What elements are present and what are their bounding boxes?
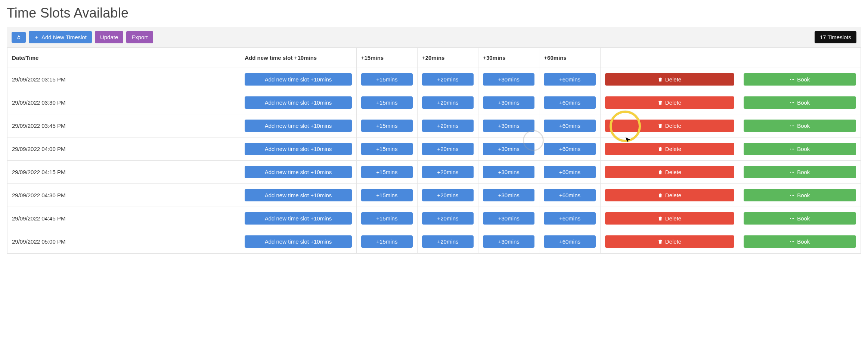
book-button[interactable]: Book — [744, 73, 856, 86]
cell-add-20mins: +20mins — [417, 114, 478, 137]
export-label: Export — [131, 34, 148, 40]
cell-add-20mins: +20mins — [417, 184, 478, 207]
cell-add-20mins: +20mins — [417, 230, 478, 253]
add-20mins-button[interactable]: +20mins — [422, 120, 474, 132]
add-30mins-button[interactable]: +30mins — [483, 235, 534, 248]
add-60mins-button[interactable]: +60mins — [544, 235, 595, 248]
refresh-button[interactable] — [12, 32, 26, 43]
add-30mins-button[interactable]: +30mins — [483, 73, 534, 86]
col-60mins: +60mins — [539, 48, 600, 68]
add-30mins-button[interactable]: +30mins — [483, 120, 534, 132]
dots-icon — [790, 146, 795, 152]
cell-add-60mins: +60mins — [539, 207, 600, 230]
export-button[interactable]: Export — [126, 31, 153, 43]
svg-point-14 — [793, 171, 794, 172]
cell-add-30mins: +30mins — [478, 207, 539, 230]
cell-add-10mins: Add new time slot +10mins — [240, 114, 357, 137]
add-60mins-button[interactable]: +60mins — [544, 212, 595, 225]
book-button[interactable]: Book — [744, 235, 856, 248]
cell-add-15mins: +15mins — [356, 91, 417, 114]
add-10mins-button[interactable]: Add new time slot +10mins — [245, 73, 352, 86]
add-15mins-button[interactable]: +15mins — [361, 143, 413, 155]
add-20mins-button[interactable]: +20mins — [422, 212, 474, 225]
add-20mins-button[interactable]: +20mins — [422, 235, 474, 248]
col-delete — [600, 48, 739, 68]
cell-delete: Delete — [600, 207, 739, 230]
delete-button[interactable]: Delete — [605, 235, 734, 248]
add-60mins-label: +60mins — [559, 76, 580, 83]
add-15mins-button[interactable]: +15mins — [361, 120, 413, 132]
delete-button[interactable]: Delete — [605, 96, 734, 109]
add-30mins-button[interactable]: +30mins — [483, 212, 534, 225]
update-button[interactable]: Update — [95, 31, 123, 43]
add-15mins-button[interactable]: +15mins — [361, 73, 413, 86]
svg-point-7 — [792, 125, 793, 126]
add-10mins-button[interactable]: Add new time slot +10mins — [245, 166, 352, 178]
delete-button[interactable]: Delete — [605, 143, 734, 155]
add-30mins-button[interactable]: +30mins — [483, 143, 534, 155]
book-button[interactable]: Book — [744, 120, 856, 132]
add-10mins-button[interactable]: Add new time slot +10mins — [245, 143, 352, 155]
add-60mins-button[interactable]: +60mins — [544, 120, 595, 132]
add-10mins-button[interactable]: Add new time slot +10mins — [245, 235, 352, 248]
add-10mins-button[interactable]: Add new time slot +10mins — [245, 189, 352, 201]
add-30mins-label: +30mins — [498, 169, 520, 175]
add-10mins-button[interactable]: Add new time slot +10mins — [245, 96, 352, 109]
add-15mins-button[interactable]: +15mins — [361, 166, 413, 178]
svg-point-21 — [790, 241, 791, 242]
table-row: 29/09/2022 04:45 PMAdd new time slot +10… — [7, 207, 861, 230]
book-button[interactable]: Book — [744, 143, 856, 155]
add-new-timeslot-button[interactable]: Add New Timeslot — [29, 31, 92, 43]
plus-icon — [34, 35, 39, 40]
add-10mins-button[interactable]: Add new time slot +10mins — [245, 212, 352, 225]
table-row: 29/09/2022 04:00 PMAdd new time slot +10… — [7, 137, 861, 161]
delete-button[interactable]: Delete — [605, 212, 734, 225]
cell-add-10mins: Add new time slot +10mins — [240, 184, 357, 207]
delete-button[interactable]: Delete — [605, 189, 734, 201]
book-label: Book — [797, 99, 810, 106]
add-60mins-button[interactable]: +60mins — [544, 96, 595, 109]
timeslot-count-badge[interactable]: 17 Timeslots — [815, 31, 856, 43]
add-60mins-button[interactable]: +60mins — [544, 189, 595, 201]
add-20mins-button[interactable]: +20mins — [422, 73, 474, 86]
add-15mins-button[interactable]: +15mins — [361, 235, 413, 248]
add-15mins-label: +15mins — [376, 123, 397, 129]
add-15mins-button[interactable]: +15mins — [361, 212, 413, 225]
add-10mins-label: Add new time slot +10mins — [265, 192, 332, 198]
book-button[interactable]: Book — [744, 96, 856, 109]
add-15mins-button[interactable]: +15mins — [361, 189, 413, 201]
add-60mins-button[interactable]: +60mins — [544, 143, 595, 155]
add-15mins-button[interactable]: +15mins — [361, 96, 413, 109]
add-60mins-button[interactable]: +60mins — [544, 166, 595, 178]
dots-icon — [790, 216, 795, 221]
add-20mins-button[interactable]: +20mins — [422, 166, 474, 178]
book-button[interactable]: Book — [744, 166, 856, 178]
book-label: Book — [797, 76, 810, 83]
add-20mins-button[interactable]: +20mins — [422, 143, 474, 155]
add-20mins-label: +20mins — [437, 123, 458, 129]
add-60mins-label: +60mins — [559, 169, 580, 175]
dots-icon — [790, 170, 795, 175]
add-20mins-button[interactable]: +20mins — [422, 189, 474, 201]
dots-icon — [790, 77, 795, 82]
svg-point-13 — [792, 171, 793, 172]
add-30mins-button[interactable]: +30mins — [483, 189, 534, 201]
svg-point-23 — [793, 241, 794, 242]
add-10mins-label: Add new time slot +10mins — [265, 238, 332, 245]
cell-add-15mins: +15mins — [356, 137, 417, 161]
add-30mins-label: +30mins — [498, 192, 520, 198]
table-row: 29/09/2022 03:15 PMAdd new time slot +10… — [7, 68, 861, 91]
delete-button[interactable]: Delete — [605, 120, 734, 132]
delete-button[interactable]: Delete — [605, 73, 734, 86]
add-60mins-button[interactable]: +60mins — [544, 73, 595, 86]
trash-icon — [658, 123, 663, 129]
delete-button[interactable]: Delete — [605, 166, 734, 178]
add-30mins-button[interactable]: +30mins — [483, 166, 534, 178]
cell-add-20mins: +20mins — [417, 207, 478, 230]
book-button[interactable]: Book — [744, 189, 856, 201]
book-button[interactable]: Book — [744, 212, 856, 225]
add-10mins-label: Add new time slot +10mins — [265, 146, 332, 152]
add-30mins-button[interactable]: +30mins — [483, 96, 534, 109]
add-20mins-button[interactable]: +20mins — [422, 96, 474, 109]
add-10mins-button[interactable]: Add new time slot +10mins — [245, 120, 352, 132]
